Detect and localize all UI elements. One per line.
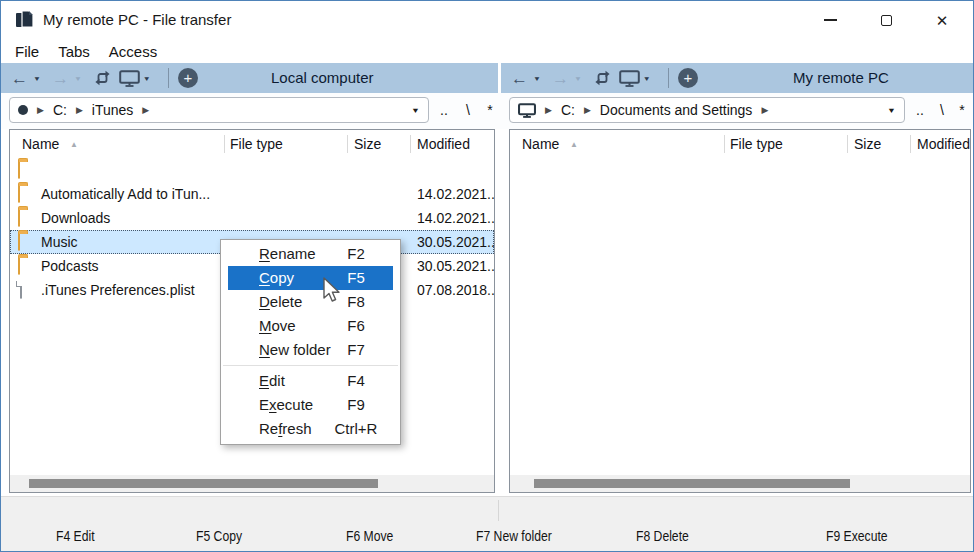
forward-history-dropdown[interactable]: ▼: [74, 74, 82, 81]
sync-panels-icon[interactable]: [93, 69, 112, 87]
drives-dropdown[interactable]: ▼: [643, 74, 651, 81]
back-button[interactable]: ←: [511, 70, 528, 87]
column-header-size[interactable]: Size: [854, 130, 881, 158]
menu-separator: [223, 365, 398, 366]
menu-access[interactable]: Access: [107, 43, 159, 60]
root-directory-button[interactable]: \: [457, 97, 479, 123]
chevron-down-icon[interactable]: ▼: [887, 106, 896, 115]
hotkey-f4-edit[interactable]: F4 Edit: [56, 528, 95, 544]
menu-item-edit[interactable]: Edit F4: [228, 369, 393, 393]
label-pre: Re: [259, 420, 278, 437]
horizontal-scrollbar[interactable]: [510, 475, 970, 492]
horizontal-scrollbar[interactable]: [10, 475, 494, 492]
column-header-name[interactable]: Name: [522, 130, 559, 158]
scrollbar-thumb[interactable]: [29, 479, 378, 488]
forward-button[interactable]: →: [52, 70, 69, 87]
column-divider[interactable]: [910, 135, 911, 153]
column-header-file-type[interactable]: File type: [730, 130, 783, 158]
select-all-button[interactable]: *: [479, 97, 501, 123]
hotkey-f8-delete[interactable]: F8 Delete: [636, 528, 689, 544]
drives-monitor-icon[interactable]: [119, 70, 140, 87]
scrollbar-thumb[interactable]: [534, 479, 850, 488]
table-row-parent-folder[interactable]: [10, 158, 494, 182]
back-history-dropdown[interactable]: ▼: [533, 74, 541, 81]
hotkey-f5-copy[interactable]: F5 Copy: [196, 528, 242, 544]
breadcrumb-segment-folder[interactable]: Documents and Settings: [600, 102, 753, 118]
file-icon: [20, 281, 22, 299]
up-directory-button[interactable]: ..: [909, 97, 931, 123]
label-mnemonic: x: [269, 396, 277, 413]
select-all-button[interactable]: *: [951, 97, 973, 123]
root-directory-button[interactable]: \: [931, 97, 953, 123]
toolbar-separator: [668, 68, 669, 88]
close-button[interactable]: ✕: [914, 1, 970, 39]
breadcrumb-arrow-icon: ▶: [76, 105, 83, 115]
column-header-file-type[interactable]: File type: [230, 130, 283, 158]
menu-tabs[interactable]: Tabs: [56, 43, 92, 60]
hotkey-f9-execute[interactable]: F9 Execute: [826, 528, 888, 544]
folder-icon: [18, 233, 20, 251]
column-divider[interactable]: [224, 135, 225, 153]
breadcrumb-arrow-icon: ▶: [142, 105, 149, 115]
sync-panels-icon[interactable]: [593, 69, 612, 87]
drives-dropdown[interactable]: ▼: [143, 74, 151, 81]
label-post: dit: [269, 372, 285, 389]
breadcrumb-segment-folder[interactable]: iTunes: [92, 102, 134, 118]
right-path-combobox[interactable]: ▶ C: ▶ Documents and Settings ▶ ▼: [509, 97, 905, 123]
menu-file[interactable]: File: [13, 43, 41, 60]
table-row[interactable]: Automatically Add to iTun... 14.02.2021.…: [10, 182, 494, 206]
add-tab-button[interactable]: +: [178, 68, 198, 88]
remote-device-icon: [518, 103, 536, 118]
add-tab-button[interactable]: +: [678, 68, 698, 88]
breadcrumb-segment-drive[interactable]: C:: [561, 102, 575, 118]
shortcut-label: Ctrl+R: [325, 417, 387, 441]
menu-item-execute[interactable]: Execute F9: [228, 393, 393, 417]
file-modified: 14.02.2021..: [417, 206, 495, 230]
forward-history-dropdown[interactable]: ▼: [574, 74, 582, 81]
file-name: .iTunes Preferences.plist: [41, 278, 195, 302]
column-divider[interactable]: [724, 135, 725, 153]
drives-monitor-icon[interactable]: [619, 70, 640, 87]
up-directory-button[interactable]: ..: [433, 97, 455, 123]
folder-icon: [18, 257, 20, 275]
column-divider[interactable]: [410, 135, 411, 153]
right-pane-toolbar: ← ▼ → ▼ ▼ + My remote PC: [501, 63, 974, 93]
column-header-size[interactable]: Size: [354, 130, 381, 158]
context-menu: Rename F2 Copy F5 Delete F8 Move F6 New …: [220, 239, 401, 445]
shortcut-label: F9: [325, 393, 387, 417]
hotkey-f6-move[interactable]: F6 Move: [346, 528, 393, 544]
file-name: Podcasts: [41, 254, 99, 278]
left-pane-title: Local computer: [271, 63, 374, 93]
menu-item-new-folder[interactable]: New folder F7: [228, 338, 393, 362]
menu-item-refresh[interactable]: Refresh Ctrl+R: [228, 417, 393, 441]
menu-item-copy[interactable]: Copy F5: [228, 266, 393, 290]
menu-item-rename[interactable]: Rename F2: [228, 242, 393, 266]
menu-item-delete[interactable]: Delete F8: [228, 290, 393, 314]
breadcrumb-segment-drive[interactable]: C:: [53, 102, 67, 118]
chevron-down-icon[interactable]: ▼: [411, 106, 420, 115]
maximize-button[interactable]: [858, 1, 914, 39]
label-post: ove: [272, 317, 296, 334]
back-button[interactable]: ←: [11, 70, 28, 87]
maximize-icon: [881, 15, 892, 26]
column-header-modified[interactable]: Modified: [417, 130, 470, 158]
breadcrumb-arrow-icon: ▶: [545, 105, 552, 115]
file-modified: 30.05.2021..: [417, 254, 495, 278]
file-modified: 30.05.2021..: [417, 230, 495, 254]
toolbar-separator: [168, 68, 169, 88]
back-history-dropdown[interactable]: ▼: [33, 74, 41, 81]
column-divider[interactable]: [847, 135, 848, 153]
shortcut-label: F4: [325, 369, 387, 393]
minimize-button[interactable]: [802, 1, 858, 39]
shortcut-label: F5: [325, 266, 387, 290]
minimize-icon: [824, 19, 837, 21]
file-transfer-app-icon: [14, 9, 36, 31]
table-row[interactable]: Downloads 14.02.2021..: [10, 206, 494, 230]
menu-item-move[interactable]: Move F6: [228, 314, 393, 338]
column-divider[interactable]: [347, 135, 348, 153]
left-path-combobox[interactable]: ▶ C: ▶ iTunes ▶ ▼: [9, 97, 429, 123]
hotkey-f7-new-folder[interactable]: F7 New folder: [476, 528, 552, 544]
forward-button[interactable]: →: [552, 70, 569, 87]
column-header-name[interactable]: Name: [22, 130, 59, 158]
column-header-modified[interactable]: Modified: [917, 130, 970, 158]
